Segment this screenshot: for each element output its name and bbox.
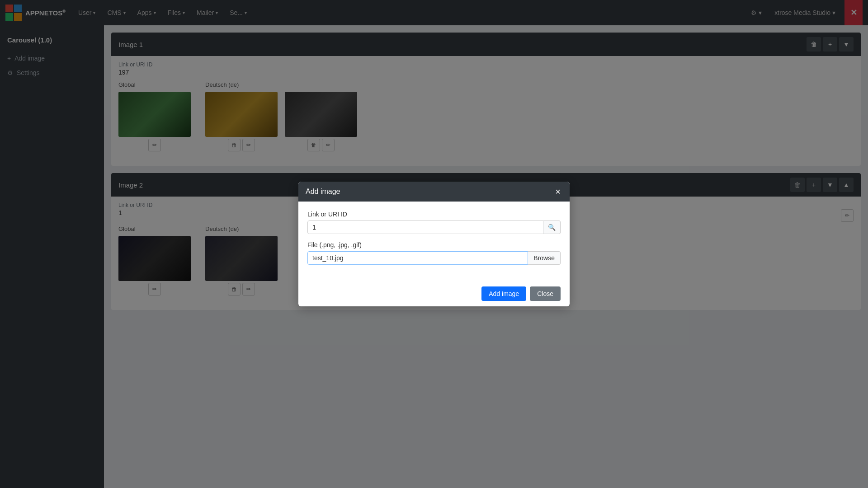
- add-image-modal: Add image × Link or URI ID 🔍 File (.png,…: [298, 182, 570, 306]
- close-modal-btn[interactable]: Close: [530, 286, 561, 301]
- link-label: Link or URI ID: [307, 211, 561, 218]
- link-search-btn[interactable]: 🔍: [543, 221, 561, 234]
- add-image-btn[interactable]: Add image: [481, 286, 526, 301]
- modal-title: Add image: [306, 188, 340, 196]
- browse-btn[interactable]: Browse: [528, 251, 561, 265]
- modal-body: Link or URI ID 🔍 File (.png, .jpg, .gif)…: [298, 202, 570, 281]
- link-input[interactable]: [307, 221, 543, 234]
- modal-header: Add image ×: [298, 182, 570, 202]
- modal-close-btn[interactable]: ×: [553, 187, 562, 196]
- file-input-group: Browse: [307, 251, 561, 265]
- link-form-group: Link or URI ID 🔍: [307, 211, 561, 234]
- file-input[interactable]: [307, 251, 528, 265]
- link-input-group: 🔍: [307, 221, 561, 234]
- modal-overlay[interactable]: Add image × Link or URI ID 🔍 File (.png,…: [0, 0, 868, 488]
- file-form-group: File (.png, .jpg, .gif) Browse: [307, 241, 561, 265]
- modal-footer: Add image Close: [298, 281, 570, 306]
- file-label: File (.png, .jpg, .gif): [307, 241, 561, 249]
